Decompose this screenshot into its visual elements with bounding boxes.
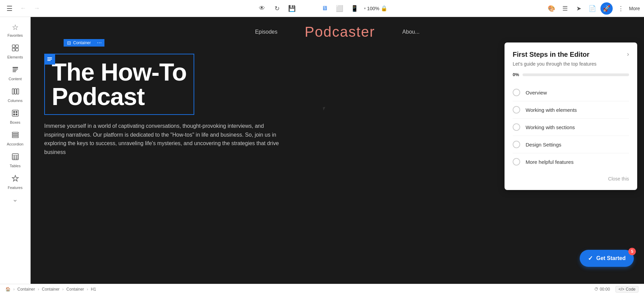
svg-rect-9 <box>15 89 16 94</box>
checklist-item-elements[interactable]: Working with elements <box>513 101 629 119</box>
breadcrumb-sep-1: › <box>38 287 39 292</box>
zoom-label: 100% <box>367 6 379 11</box>
container-badge[interactable]: ⊟ Container <box>64 39 94 47</box>
pages-icon[interactable]: 📄 <box>587 3 598 14</box>
svg-rect-27 <box>47 60 51 61</box>
svg-rect-0 <box>12 45 15 48</box>
cursor-indicator <box>323 107 330 114</box>
hero-body: Immerse yourself in a world of captivati… <box>44 122 282 156</box>
mobile-icon[interactable]: 📱 <box>349 3 360 14</box>
heading-selection-box[interactable]: The How-To Podcast <box>44 54 194 115</box>
elements-icon <box>12 44 19 54</box>
svg-rect-7 <box>13 71 16 72</box>
breadcrumb-container-3[interactable]: Container <box>66 287 84 292</box>
refresh-icon[interactable]: ↻ <box>271 3 282 14</box>
canvas-area: ⊟ Container ⋯ Episodes Podcaster Abou... <box>31 17 644 284</box>
checklist-label-helpful: More helpful features <box>526 159 574 165</box>
get-started-label: Get Started <box>596 255 626 261</box>
publish-button[interactable]: 🚀 <box>600 2 613 15</box>
checklist-label-sections: Working with sections <box>526 124 575 130</box>
svg-rect-14 <box>13 114 15 115</box>
checklist-item-design[interactable]: Design Settings <box>513 136 629 153</box>
sidebar-item-content[interactable]: Content <box>2 63 29 84</box>
code-label: Code <box>626 287 635 292</box>
checklist-label-design: Design Settings <box>526 142 561 148</box>
svg-rect-26 <box>47 59 52 59</box>
clock-icon: ⏱ <box>594 287 598 292</box>
time-value: 00:00 <box>600 287 610 292</box>
get-started-button[interactable]: ✓ Get Started 5 <box>580 250 634 267</box>
svg-rect-13 <box>16 111 17 113</box>
toolbar-right: 🎨 ☰ ➤ 📄 🚀 ⋮ More <box>546 2 640 15</box>
radio-overview[interactable] <box>513 89 520 96</box>
status-right: ⏱ 00:00 </> Code <box>594 286 639 293</box>
code-button[interactable]: </> Code <box>615 286 639 293</box>
more-label: More <box>629 6 640 11</box>
svg-rect-10 <box>17 89 19 94</box>
sidebar-item-columns[interactable]: Columns <box>2 85 29 105</box>
hero-heading: The How-To Podcast <box>52 60 187 109</box>
content-icon <box>12 66 19 75</box>
close-link[interactable]: Close this <box>608 176 629 181</box>
panel-title: First Steps in the Editor <box>513 51 624 58</box>
radio-sections[interactable] <box>513 123 520 131</box>
sidebar-more-icon[interactable]: ⌄ <box>12 195 18 203</box>
status-bar: 🏠 › Container › Container › Container › … <box>0 284 644 294</box>
sidebar-item-accordion[interactable]: Accordion <box>2 128 29 149</box>
main-layout: ☆ Favorites Elements <box>0 17 644 284</box>
sidebar-label-favorites: Favorites <box>7 33 23 37</box>
container-selected-bar: ⊟ Container ⋯ <box>64 39 104 47</box>
sidebar-item-tables[interactable]: Tables <box>2 150 29 171</box>
menu-icon[interactable]: ☰ <box>4 3 15 14</box>
container-badge-dots[interactable]: ⋯ <box>94 39 104 47</box>
preview-icon[interactable]: 👁 <box>257 3 267 14</box>
boxes-icon <box>12 109 19 119</box>
radio-helpful[interactable] <box>513 158 520 166</box>
panel-subtitle: Let's guide you through the top features <box>513 61 629 67</box>
sidebar: ☆ Favorites Elements <box>0 17 31 284</box>
breadcrumb-home[interactable]: 🏠 <box>5 287 11 292</box>
checklist: Overview Working with elements Working w… <box>513 84 629 170</box>
checklist-item-overview[interactable]: Overview <box>513 84 629 101</box>
progress-area: 0% <box>513 72 629 77</box>
star-icon: ☆ <box>12 23 19 32</box>
selection-icon <box>44 54 55 65</box>
breadcrumb-sep-3: › <box>87 287 88 292</box>
breadcrumb-container-1[interactable]: Container <box>17 287 35 292</box>
svg-rect-15 <box>16 114 17 115</box>
onboarding-panel: First Steps in the Editor › Let's guide … <box>505 42 637 190</box>
check-icon: ✓ <box>588 255 593 262</box>
breadcrumb-sep-2: › <box>62 287 64 292</box>
sidebar-label-boxes: Boxes <box>10 120 20 124</box>
breadcrumb-sep-0: › <box>13 287 15 292</box>
breadcrumb-container-2[interactable]: Container <box>42 287 60 292</box>
status-time: ⏱ 00:00 <box>594 287 610 292</box>
tablet-icon[interactable]: ⬜ <box>334 3 345 14</box>
palette-icon[interactable]: 🎨 <box>546 3 557 14</box>
radio-elements[interactable] <box>513 106 520 114</box>
desktop-icon[interactable]: 🖥 <box>319 3 330 14</box>
sidebar-item-favorites[interactable]: ☆ Favorites <box>2 20 29 40</box>
nav-link-about[interactable]: Abou... <box>402 29 420 35</box>
radio-design[interactable] <box>513 141 520 148</box>
zoom-control[interactable]: ▾ 100% 🔒 <box>364 5 387 12</box>
navigation-icon[interactable]: ➤ <box>573 3 584 14</box>
undo-icon[interactable]: ← <box>18 3 29 14</box>
sidebar-item-elements[interactable]: Elements <box>2 41 29 62</box>
checklist-item-sections[interactable]: Working with sections <box>513 119 629 136</box>
container-badge-label: Container <box>73 40 91 45</box>
overflow-icon[interactable]: ⋮ <box>615 3 626 14</box>
checklist-item-helpful[interactable]: More helpful features <box>513 153 629 170</box>
sidebar-item-features[interactable]: Features <box>2 172 29 192</box>
panel-chevron-icon[interactable]: › <box>627 51 629 58</box>
svg-rect-11 <box>12 110 18 116</box>
save-icon[interactable]: 💾 <box>286 3 297 14</box>
sidebar-item-boxes[interactable]: Boxes <box>2 107 29 127</box>
more-button[interactable]: More <box>629 6 640 11</box>
nav-link-episodes[interactable]: Episodes <box>255 29 278 35</box>
svg-rect-16 <box>12 132 18 134</box>
breadcrumb-h1[interactable]: H1 <box>91 287 96 292</box>
panel-header: First Steps in the Editor › <box>513 51 629 58</box>
redo-icon[interactable]: → <box>31 3 42 14</box>
list-icon[interactable]: ☰ <box>560 3 571 14</box>
